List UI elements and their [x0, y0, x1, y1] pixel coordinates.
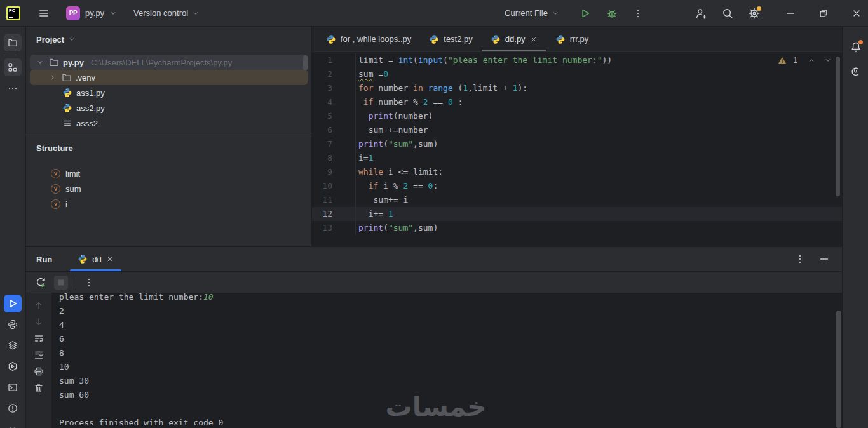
more-icon — [633, 8, 643, 18]
line-number: 7 — [312, 137, 355, 151]
minimize-icon — [819, 254, 829, 264]
run-button[interactable] — [580, 8, 591, 19]
code-line-12[interactable]: 12 i+= 1 — [312, 207, 842, 221]
tab-close-button[interactable] — [530, 36, 538, 43]
more-icon — [84, 278, 94, 288]
editor-tab-rrr.py[interactable]: rrr.py — [546, 27, 598, 51]
console-scroll-to-end-button[interactable] — [34, 350, 44, 360]
spiral-icon — [850, 65, 862, 77]
restore-button[interactable] — [818, 8, 829, 18]
printer-icon — [34, 366, 44, 377]
code-line-2[interactable]: 2sum =0 — [312, 67, 842, 81]
project-panel-header[interactable]: Project — [26, 27, 311, 52]
tree-item-.venv[interactable]: .venv — [30, 70, 308, 85]
structure-item-label: limit — [65, 169, 80, 178]
structure-panel-header[interactable]: Structure — [26, 135, 311, 161]
tool-stripe-services[interactable] — [4, 337, 22, 354]
tree-item-asss2[interactable]: asss2 — [30, 116, 308, 131]
tree-item-ass2.py[interactable]: ass2.py — [30, 100, 308, 116]
code-line-1[interactable]: 1limit = int(input("pleas enter the limi… — [312, 53, 842, 67]
code-line-13[interactable]: 13print("sum",sum) — [312, 221, 842, 235]
project-scrollbar-thumb[interactable] — [303, 55, 308, 70]
search-everywhere-button[interactable] — [722, 8, 733, 19]
stop-button[interactable] — [54, 276, 68, 290]
code-line-10[interactable]: 10 if i % 2 == 0: — [312, 179, 842, 193]
tool-stripe-problems[interactable] — [4, 399, 22, 417]
run-configuration-selector[interactable]: Current File — [499, 4, 564, 22]
code-text: if i % 2 == 0: — [355, 179, 842, 193]
tree-item-label: ass2.py — [76, 104, 105, 113]
line-number: 6 — [312, 123, 355, 137]
tool-stripe-ai-assistant[interactable] — [847, 62, 865, 80]
tree-item-label: py.py — [63, 58, 84, 67]
console-soft-wrap-button[interactable] — [34, 333, 44, 344]
settings-notification-dot — [757, 6, 761, 11]
console-clear-all-button[interactable] — [34, 383, 44, 393]
main-menu-button[interactable] — [33, 4, 55, 23]
tool-stripe-python-packages[interactable] — [4, 316, 22, 333]
run-panel-hide-button[interactable] — [819, 254, 829, 264]
run-tab-close-button[interactable] — [106, 255, 114, 263]
debug-button[interactable] — [606, 8, 618, 19]
code-line-5[interactable]: 5 print(number) — [312, 109, 842, 123]
console-print-button[interactable] — [34, 366, 44, 377]
tool-stripe-run-anything[interactable] — [4, 358, 22, 375]
tool-stripe-project-folder[interactable] — [4, 34, 22, 51]
tool-stripe-notifications[interactable] — [847, 38, 865, 56]
chevron-down-icon — [552, 10, 559, 17]
pycharm-logo: PC — [6, 6, 20, 20]
play-icon — [7, 298, 18, 309]
project-widget[interactable]: PP py.py — [61, 3, 122, 24]
editor-tab-for-while-loops..py[interactable]: for , while loops..py — [317, 27, 420, 51]
tool-stripe-structure[interactable] — [4, 58, 22, 76]
run-panel-options-button[interactable] — [795, 254, 805, 264]
tool-stripe-terminal[interactable] — [4, 378, 22, 396]
python-file-icon — [62, 103, 72, 113]
tree-item-py.py[interactable]: py.pyC:\Users\DELL\PycharmProjects\py.py — [30, 55, 308, 70]
code-text: while i <= limit: — [355, 165, 842, 179]
prev-problem-chevron-up-icon[interactable] — [808, 57, 815, 64]
editor-area: for , while loops..pytest2.pydd.pyrrr.py… — [311, 27, 842, 246]
code-line-7[interactable]: 7print("sum",sum) — [312, 137, 842, 151]
minimize-button[interactable] — [785, 8, 796, 18]
code-line-9[interactable]: 9while i <= limit: — [312, 165, 842, 179]
run-toolbar — [26, 272, 842, 293]
code-with-me-button[interactable] — [695, 8, 707, 19]
run-tab-dd[interactable]: dd — [70, 247, 121, 271]
code-line-3[interactable]: 3for number in range (1,limit + 1): — [312, 81, 842, 95]
editor-tab-dd.py[interactable]: dd.py — [482, 27, 546, 51]
editor-scrollbar-thumb[interactable] — [836, 57, 840, 196]
pycharm-logo-text: PC — [9, 8, 15, 13]
structure-item-i[interactable]: vi — [26, 196, 311, 211]
editor-tab-test2.py[interactable]: test2.py — [420, 27, 482, 51]
settings-button[interactable] — [749, 8, 760, 19]
code-text: sum +=number — [355, 123, 842, 137]
console-scrollbar-thumb[interactable] — [836, 311, 841, 428]
rerun-icon — [35, 277, 46, 288]
structure-item-limit[interactable]: vlimit — [26, 166, 311, 181]
more-actions-button[interactable] — [633, 8, 643, 18]
code-line-8[interactable]: 8i=1 — [312, 151, 842, 165]
run-console[interactable]: pleas enter the limit number:10246810sum… — [26, 293, 842, 428]
inspections-widget[interactable]: 1 — [778, 56, 832, 65]
tool-stripe-more-tool-windows[interactable] — [4, 79, 22, 97]
structure-item-label: sum — [65, 184, 81, 194]
notifications-dot — [858, 40, 863, 44]
close-button[interactable] — [851, 8, 862, 18]
rerun-button[interactable] — [35, 277, 46, 288]
tree-item-ass1.py[interactable]: ass1.py — [30, 85, 308, 100]
partial-tool-icon[interactable] — [4, 420, 22, 428]
next-problem-chevron-down-icon[interactable] — [824, 57, 832, 64]
console-more-options-button[interactable] — [84, 278, 94, 288]
line-number: 12 — [312, 207, 355, 221]
code-line-11[interactable]: 11 sum+= i — [312, 193, 842, 207]
arrow-down-icon — [34, 317, 44, 327]
structure-item-sum[interactable]: vsum — [26, 181, 311, 196]
tool-stripe-run[interactable] — [4, 295, 22, 312]
version-control-widget[interactable]: Version control — [128, 4, 205, 22]
soft-wrap-icon — [34, 333, 44, 344]
code-line-4[interactable]: 4 if number % 2 == 0 : — [312, 95, 842, 109]
code-editor[interactable]: 1limit = int(input("pleas enter the limi… — [312, 52, 842, 246]
code-line-6[interactable]: 6 sum +=number — [312, 123, 842, 137]
chevron-down-icon — [36, 58, 44, 66]
